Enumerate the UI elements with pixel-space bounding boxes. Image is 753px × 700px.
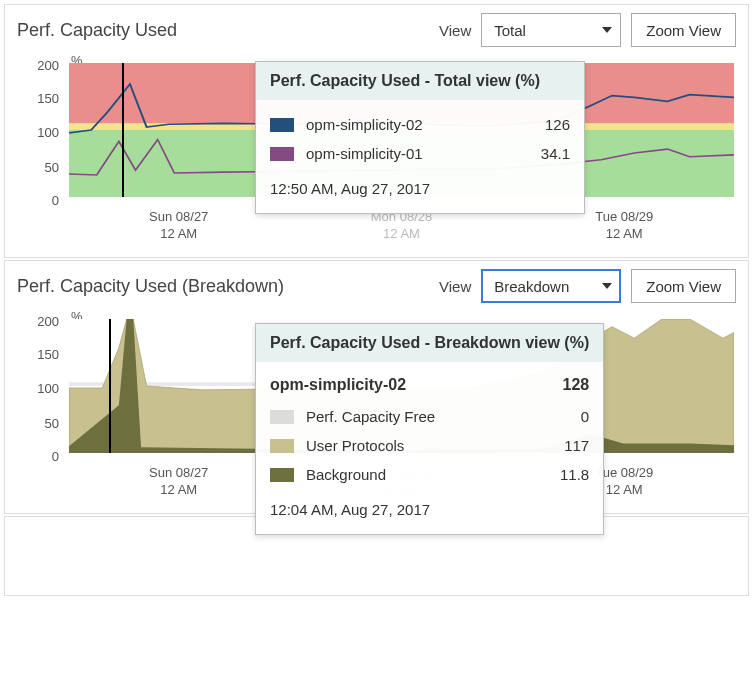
tooltip-item-value: 126 [545,116,570,133]
tooltip-item-name: opm-simplicity-02 [306,116,423,133]
tooltip-item-name: Perf. Capacity Free [306,408,435,425]
x-tick: Tue 08/29 12 AM [515,209,734,249]
tooltip-node-row: opm-simplicity-02 128 [270,372,589,402]
tooltip-time: 12:04 AM, Aug 27, 2017 [270,489,589,524]
view-select-value: Breakdown [494,278,569,295]
panel-title: Perf. Capacity Used (Breakdown) [17,276,429,297]
tooltip-item: opm-simplicity-01 34.1 [270,139,570,168]
swatch-icon [270,118,294,132]
swatch-icon [270,410,294,424]
view-select-total[interactable]: Total [481,13,621,47]
y-tick: 0 [52,192,59,207]
y-tick: 150 [37,90,59,105]
zoom-view-button[interactable]: Zoom View [631,13,736,47]
x-tick: Mon 08/28 12 AM [292,209,511,249]
x-axis: Sun 08/27 12 AM Mon 08/28 12 AM Tue 08/2… [69,209,734,249]
y-tick: 50 [45,159,59,174]
view-select-breakdown[interactable]: Breakdown [481,269,621,303]
swatch-icon [270,439,294,453]
y-tick: 200 [37,313,59,328]
y-axis: 200 150 100 50 0 [13,57,65,207]
hover-marker [122,63,124,197]
y-tick: 100 [37,381,59,396]
zoom-view-button[interactable]: Zoom View [631,269,736,303]
tooltip-total: Perf. Capacity Used - Total view (%) opm… [255,61,585,214]
panel-breakdown: Perf. Capacity Used (Breakdown) View Bre… [4,260,749,514]
tooltip-body: opm-simplicity-02 126 opm-simplicity-01 … [256,100,584,213]
tooltip-node-name: opm-simplicity-02 [270,376,406,394]
chevron-down-icon [602,27,612,33]
y-axis: 200 150 100 50 0 [13,313,65,463]
view-label: View [439,22,471,39]
tooltip-item-name: User Protocols [306,437,404,454]
hover-marker [109,319,111,453]
view-label: View [439,278,471,295]
y-tick: 0 [52,448,59,463]
tooltip-item-name: Background [306,466,386,483]
y-tick: 150 [37,346,59,361]
tooltip-item-name: opm-simplicity-01 [306,145,423,162]
tooltip-item: Background 11.8 [270,460,589,489]
tooltip-time: 12:50 AM, Aug 27, 2017 [270,168,570,203]
panel-total: Perf. Capacity Used View Total Zoom View… [4,4,749,258]
tooltip-item: opm-simplicity-02 126 [270,110,570,139]
plot-total-wrap: % 200 150 100 50 0 [5,57,748,257]
tooltip-item-value: 11.8 [560,466,589,483]
x-tick: Sun 08/27 12 AM [69,209,288,249]
tooltip-item: Perf. Capacity Free 0 [270,402,589,431]
tooltip-item-value: 117 [564,437,589,454]
tooltip-breakdown: Perf. Capacity Used - Breakdown view (%)… [255,323,604,535]
panel-breakdown-header: Perf. Capacity Used (Breakdown) View Bre… [5,261,748,307]
tooltip-body: opm-simplicity-02 128 Perf. Capacity Fre… [256,362,603,534]
tooltip-title: Perf. Capacity Used - Total view (%) [256,62,584,100]
y-tick: 50 [45,415,59,430]
tooltip-item: User Protocols 117 [270,431,589,460]
tooltip-node-total: 128 [563,376,590,394]
tooltip-title: Perf. Capacity Used - Breakdown view (%) [256,324,603,362]
swatch-icon [270,468,294,482]
view-select-value: Total [494,22,526,39]
tooltip-item-value: 0 [581,408,589,425]
y-tick: 100 [37,125,59,140]
y-tick: 200 [37,57,59,72]
chevron-down-icon [602,283,612,289]
panel-total-header: Perf. Capacity Used View Total Zoom View [5,5,748,51]
swatch-icon [270,147,294,161]
plot-breakdown-wrap: % 200 150 100 50 0 [5,313,748,513]
panel-title: Perf. Capacity Used [17,20,429,41]
tooltip-item-value: 34.1 [541,145,570,162]
